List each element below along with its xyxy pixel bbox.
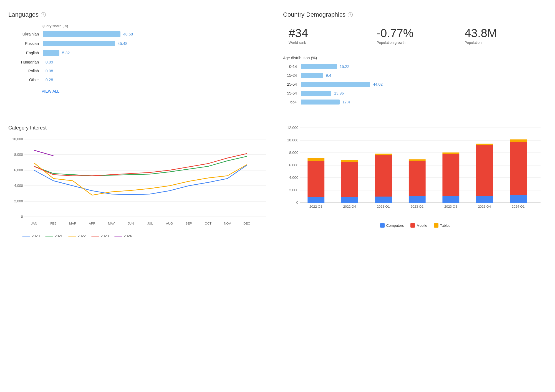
svg-text:2022 Q4: 2022 Q4: [343, 205, 356, 208]
stat-value: #34: [289, 27, 365, 40]
stat-block: -0.77%Population growth: [371, 24, 459, 47]
svg-rect-56: [442, 154, 459, 196]
languages-section: Languages ? Query share (%) Ukrainian48.…: [8, 8, 272, 111]
svg-text:2023 Q1: 2023 Q1: [377, 205, 390, 208]
country-title-text: Country Demographics: [283, 11, 345, 18]
svg-rect-43: [341, 197, 358, 203]
country-help-icon[interactable]: ?: [348, 12, 353, 17]
legend-label: 2022: [78, 234, 86, 238]
legend-label: 2020: [32, 234, 40, 238]
language-row: Polish0.08: [8, 68, 272, 73]
stat-block: 43.8MPopulation: [459, 24, 547, 47]
svg-text:2022 Q3: 2022 Q3: [309, 205, 322, 208]
svg-rect-47: [375, 197, 392, 203]
svg-text:2,000: 2,000: [289, 189, 298, 192]
age-value: 44.02: [373, 82, 383, 86]
svg-text:10,000: 10,000: [12, 137, 23, 141]
svg-rect-51: [409, 196, 426, 203]
lang-bar: [43, 31, 120, 37]
bar-legend-item: Tablet: [434, 223, 450, 228]
svg-text:JUL: JUL: [147, 222, 153, 225]
svg-text:2024 Q1: 2024 Q1: [512, 205, 525, 208]
age-group-label: 0-14: [283, 64, 297, 69]
legend-line: [114, 236, 122, 236]
lang-separator: [43, 60, 43, 65]
svg-rect-41: [307, 158, 324, 161]
svg-text:AUG: AUG: [166, 222, 173, 225]
legend-label: 2024: [124, 234, 132, 238]
query-share-label: Query share (%): [42, 24, 272, 28]
stat-label: World rank: [289, 40, 365, 45]
lang-bar-container: 48.68: [43, 31, 133, 37]
bar-legend-item: Computers: [380, 223, 404, 228]
language-name: English: [8, 51, 39, 55]
line-chart-svg: 10,000 8,000 6,000 4,000 2,000 0 JAN FEB…: [8, 136, 272, 231]
svg-rect-61: [476, 144, 493, 145]
svg-rect-49: [375, 154, 392, 155]
age-group-label: 55-64: [283, 91, 297, 95]
bar-chart-wrapper: 12,000 10,000 8,000 6,000 4,000 2,000 0 …: [283, 125, 547, 230]
age-bar: [301, 82, 370, 87]
lang-bar: [43, 50, 59, 56]
age-bar: [301, 100, 340, 105]
svg-text:10,000: 10,000: [287, 139, 298, 142]
age-value: 13.96: [334, 91, 344, 95]
lang-bar-container: 45.48: [43, 41, 127, 46]
svg-text:FEB: FEB: [50, 222, 57, 225]
svg-rect-48: [375, 155, 392, 197]
stat-block: #34World rank: [283, 24, 371, 47]
age-row: 0-1415.22: [283, 64, 547, 69]
bar-legend-swatch: [380, 223, 385, 228]
language-name: Polish: [8, 69, 39, 73]
age-row: 15-249.4: [283, 73, 547, 78]
legend-line: [22, 236, 30, 236]
line-legend-item: 2020: [22, 234, 40, 238]
svg-text:DEC: DEC: [243, 222, 250, 225]
age-group-label: 15-24: [283, 73, 297, 78]
svg-text:SEP: SEP: [186, 222, 192, 225]
age-bar: [301, 64, 337, 69]
legend-line: [68, 236, 76, 236]
svg-rect-57: [442, 152, 459, 154]
language-name: Russian: [8, 41, 39, 46]
svg-text:OCT: OCT: [205, 222, 212, 225]
bar-legend-label: Mobile: [417, 223, 427, 228]
svg-text:APR: APR: [89, 222, 95, 225]
stat-value: -0.77%: [377, 27, 453, 40]
svg-text:8,000: 8,000: [289, 151, 298, 155]
languages-help-icon[interactable]: ?: [41, 12, 46, 17]
age-row: 55-6413.96: [283, 91, 547, 96]
legend-label: 2021: [55, 234, 63, 238]
lang-bar-container: 5.32: [43, 50, 70, 56]
bar-legend-swatch: [434, 223, 438, 228]
line-legend-item: 2024: [114, 234, 132, 238]
language-name: Other: [8, 78, 39, 82]
legend-line: [91, 236, 99, 236]
svg-text:2023 Q2: 2023 Q2: [410, 205, 423, 208]
age-dist-label: Age distribution (%): [283, 56, 547, 60]
svg-text:12,000: 12,000: [287, 126, 298, 130]
language-value: 5.32: [62, 51, 70, 55]
svg-text:4,000: 4,000: [14, 184, 23, 188]
language-value: 0.28: [46, 78, 53, 82]
svg-text:MAR: MAR: [69, 222, 76, 225]
languages-title: Languages ?: [8, 11, 272, 18]
language-value: 48.68: [123, 32, 133, 36]
lang-separator: [43, 68, 43, 73]
svg-rect-64: [510, 142, 527, 195]
age-group-label: 65+: [283, 100, 297, 104]
age-bar: [301, 73, 323, 78]
view-all-link[interactable]: VIEW ALL: [42, 89, 59, 93]
stat-label: Population growth: [377, 40, 453, 45]
age-group-label: 25-54: [283, 82, 297, 86]
language-row: English5.32: [8, 50, 272, 56]
svg-text:NOV: NOV: [224, 222, 231, 225]
svg-text:0: 0: [21, 215, 23, 219]
bar-chart-section: 12,000 10,000 8,000 6,000 4,000 2,000 0 …: [283, 122, 547, 245]
language-name: Hungarian: [8, 60, 39, 64]
bar-legend-swatch: [410, 223, 415, 228]
demographics-stats: #34World rank-0.77%Population growth43.8…: [283, 24, 547, 47]
language-value: 0.09: [46, 60, 53, 64]
svg-rect-52: [409, 161, 426, 196]
age-bar: [301, 91, 331, 96]
